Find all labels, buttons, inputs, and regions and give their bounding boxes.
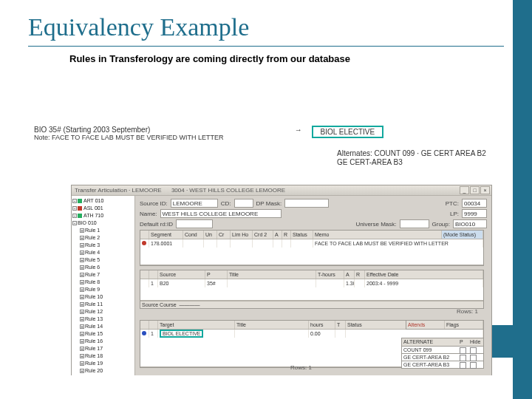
col-target: Target: [158, 321, 235, 329]
titlebar-left: Transfer Articulation · LEMOORE: [75, 187, 162, 194]
label-univ-mask: Universe Mask:: [355, 221, 396, 228]
col-hours: hours: [309, 321, 335, 329]
input-ptc[interactable]: 00034: [462, 199, 487, 208]
alt-label: Alternates:: [337, 149, 372, 157]
source-course-label: Source Course: [142, 302, 177, 307]
tree-rule[interactable]: Rule 2: [85, 235, 100, 240]
label-name: Name:: [140, 211, 157, 217]
input-name[interactable]: WEST HILLS COLLEGE LEMOORE: [160, 209, 282, 218]
col-un: Un: [204, 231, 217, 239]
title-underline: [28, 46, 504, 47]
tree-rule[interactable]: Rule 5: [85, 257, 100, 262]
mode-dropdown[interactable]: (Mode Status): [442, 231, 483, 239]
checkbox[interactable]: [470, 362, 477, 369]
label-cd: CD:: [221, 200, 231, 207]
alt-row[interactable]: GE CERT-AREA B2: [402, 354, 458, 361]
tree-item[interactable]: ATH 710: [83, 213, 103, 218]
tree-rule[interactable]: Rule 20: [85, 368, 103, 373]
col-p: P: [458, 338, 468, 346]
grid-row[interactable]: 1 BIOL ELECTIVE 0.00: [140, 330, 483, 338]
checkbox[interactable]: [470, 347, 477, 354]
tree-rule[interactable]: Rule 18: [85, 353, 103, 358]
slide-title: Equivalency Example: [28, 13, 249, 41]
col-cond: Cond: [183, 231, 204, 239]
arrow-icon: →: [287, 126, 310, 134]
input-dpmask[interactable]: [284, 199, 329, 208]
col-limho: Lim Ho: [231, 231, 253, 239]
col-hide: Hide: [468, 338, 483, 346]
label-source-id: Source ID:: [140, 200, 168, 207]
col-source: Source: [158, 270, 205, 279]
grid-source[interactable]: Source P Title T-hours A R Effective Dat…: [140, 270, 484, 309]
input-group[interactable]: BIO010: [453, 219, 487, 228]
tree-rule[interactable]: Rule 12: [85, 309, 103, 314]
tree-rule[interactable]: Rule 14: [85, 324, 103, 329]
label-lp: LP:: [450, 211, 459, 217]
tree-rule[interactable]: Rule 8: [85, 279, 100, 284]
input-default-rd[interactable]: [176, 219, 213, 228]
target-highlight: BIOL ELECTIVE: [160, 330, 203, 338]
tree-rule[interactable]: Rule 4: [85, 250, 100, 255]
tree-rule[interactable]: Rule 3: [85, 242, 100, 248]
col-blank: [140, 231, 149, 239]
label-dpmask: DP Mask:: [256, 200, 282, 207]
tab-flags[interactable]: Flags: [445, 321, 483, 329]
tree-rule[interactable]: Rule 15: [85, 331, 103, 336]
col-a: A: [273, 231, 282, 239]
tree-rule[interactable]: Rule 13: [85, 316, 103, 321]
col-status: Status: [291, 231, 313, 239]
col-cr: Cr: [217, 231, 231, 239]
tree-rule[interactable]: Rule 16: [85, 338, 103, 344]
col-r: R: [355, 270, 365, 279]
input-lp[interactable]: 9999: [462, 209, 487, 218]
tree-rule[interactable]: Rule 10: [85, 294, 103, 299]
tree-item[interactable]: ART 010: [83, 198, 103, 203]
tab-altends[interactable]: Altends: [406, 321, 445, 329]
close-button[interactable]: ×: [480, 186, 490, 194]
input-cd[interactable]: [234, 199, 253, 208]
grid-row[interactable]: 1 B20 35# 1.30 2003:4 - 9999: [140, 279, 483, 287]
tree-panel[interactable]: -ART 010 -ASL 001 -ATH 710 -BIO 010 +Rul…: [72, 196, 135, 375]
tree-item[interactable]: ASL 001: [83, 205, 103, 211]
tree-rule[interactable]: Rule 7: [85, 272, 100, 277]
col-t: T: [335, 321, 346, 329]
alt-row[interactable]: COUNT 099: [402, 347, 458, 353]
col-title: Title: [228, 270, 316, 279]
tree-rule[interactable]: Rule 9: [85, 287, 100, 292]
col-a: A: [344, 270, 355, 279]
slide-subtitle: Rules in Transferology are coming direct…: [69, 53, 350, 64]
tree-item-expanded[interactable]: BIO 010: [78, 220, 97, 225]
equiv-alternates: Alternates: COUNT 099 · GE CERT AREA B2 …: [337, 149, 486, 167]
equiv-note: Note: FACE TO FACE LAB MUST BE VERIFIED …: [34, 134, 285, 141]
app-window: Transfer Articulation · LEMOORE 3004 · W…: [71, 185, 492, 375]
input-univ-mask[interactable]: [400, 219, 429, 228]
equiv-course: BIO 35# (Starting 2003 September): [34, 126, 285, 134]
tree-rule[interactable]: Rule 6: [85, 265, 100, 270]
tree-rule[interactable]: Rule 17: [85, 346, 103, 351]
col-title: Title: [235, 321, 309, 329]
maximize-button[interactable]: □: [470, 186, 480, 194]
checkbox[interactable]: [460, 362, 466, 369]
titlebar-center: 3004 · WEST HILLS COLLEGE LEMOORE: [171, 187, 285, 194]
equivalency-row: BIO 35# (Starting 2003 September) Note: …: [34, 126, 492, 141]
alt-2: GE CERT-AREA B3: [337, 158, 403, 166]
grid-segment[interactable]: Segment Cond Un Cr Lim Ho Crd 2 A R Stat…: [140, 230, 484, 266]
source-course-dash: ————: [180, 302, 200, 307]
alt-flags-tab[interactable]: Altends Flags: [406, 320, 484, 330]
label-default-rd: Default rd:ID: [140, 221, 173, 228]
checkbox[interactable]: [460, 347, 466, 354]
tree-rule[interactable]: Rule 11: [85, 301, 103, 307]
alternate-checklist[interactable]: ALTERNATE P Hide COUNT 099 GE CERT-AREA …: [401, 338, 484, 369]
minimize-button[interactable]: _: [460, 186, 469, 194]
input-source-id[interactable]: LEMOORE: [171, 199, 218, 208]
alt-row[interactable]: GE CERT-AREA B3: [402, 361, 458, 368]
record-dot-icon: [142, 331, 146, 335]
alt-1: COUNT 099 · GE CERT AREA B2: [375, 149, 486, 157]
col-p: P: [205, 270, 228, 279]
grid-row[interactable]: 178.0001 FACE TO FACE LAB MUST BE VERIFI…: [140, 239, 483, 248]
tree-rule[interactable]: Rule 19: [85, 361, 103, 366]
titlebar[interactable]: Transfer Articulation · LEMOORE 3004 · W…: [72, 185, 491, 196]
checkbox[interactable]: [460, 355, 466, 361]
tree-rule[interactable]: Rule 1: [85, 228, 100, 233]
checkbox[interactable]: [470, 355, 477, 361]
